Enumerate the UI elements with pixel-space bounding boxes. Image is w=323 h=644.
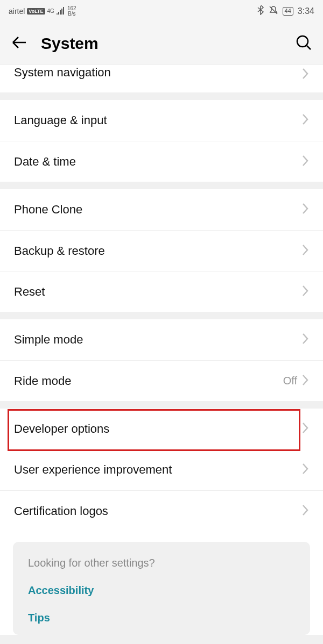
- row-backup-restore[interactable]: Backup & restore: [0, 230, 323, 271]
- link-tips[interactable]: Tips: [28, 612, 295, 624]
- time-label: 3:34: [298, 6, 314, 16]
- chevron-right-icon: [301, 463, 309, 477]
- row-label: Language & input: [14, 113, 301, 127]
- volte-badge: VoLTE: [27, 8, 45, 15]
- carrier-label: airtel: [9, 7, 25, 16]
- section-language: Language & input Date & time: [0, 100, 323, 182]
- chevron-right-icon: [301, 155, 309, 169]
- row-phone-clone[interactable]: Phone Clone: [0, 189, 323, 230]
- row-value: Off: [283, 375, 297, 387]
- footer-title: Looking for other settings?: [28, 557, 295, 569]
- row-simple-mode[interactable]: Simple mode: [0, 319, 323, 360]
- row-date-time[interactable]: Date & time: [0, 141, 323, 182]
- status-bar: airtel VoLTE 4G 162 B/s 44 3:34: [0, 0, 323, 23]
- section-dev: Developer options User experience improv…: [0, 409, 323, 635]
- section-mode: Simple mode Ride mode Off: [0, 319, 323, 401]
- network-label: 4G: [47, 9, 54, 14]
- row-label: Date & time: [14, 155, 301, 169]
- page-title: System: [41, 34, 295, 53]
- row-ride-mode[interactable]: Ride mode Off: [0, 360, 323, 401]
- row-label: User experience improvement: [14, 463, 301, 477]
- footer-card: Looking for other settings? Accessibilit…: [13, 542, 310, 635]
- signal-icon: [57, 7, 65, 16]
- row-label: Ride mode: [14, 374, 283, 388]
- row-label: Reset: [14, 285, 301, 299]
- section-backup: Phone Clone Backup & restore Reset: [0, 189, 323, 312]
- section-partial: System navigation: [0, 65, 323, 92]
- row-developer-options[interactable]: Developer options: [0, 409, 323, 449]
- chevron-right-icon: [301, 113, 309, 127]
- status-left: airtel VoLTE 4G 162 B/s: [9, 6, 76, 17]
- svg-point-0: [297, 36, 308, 47]
- row-language-input[interactable]: Language & input: [0, 100, 323, 141]
- row-certification-logos[interactable]: Certification logos: [0, 490, 323, 531]
- back-button[interactable]: [11, 34, 28, 53]
- row-label: System navigation: [14, 65, 301, 80]
- row-label: Backup & restore: [14, 244, 301, 258]
- chevron-right-icon: [301, 504, 309, 518]
- chevron-right-icon: [301, 333, 309, 347]
- dnd-icon: [269, 5, 278, 17]
- chevron-right-icon: [301, 244, 309, 258]
- row-label: Developer options: [14, 422, 301, 436]
- row-label: Phone Clone: [14, 203, 301, 217]
- chevron-right-icon: [301, 422, 309, 436]
- battery-indicator: 44: [283, 7, 293, 15]
- bluetooth-icon: [257, 5, 264, 17]
- header: System: [0, 23, 323, 65]
- status-right: 44 3:34: [257, 5, 314, 17]
- chevron-right-icon: [301, 374, 309, 388]
- chevron-right-icon: [301, 203, 309, 217]
- chevron-right-icon: [301, 68, 309, 82]
- speed-indicator: 162 B/s: [67, 6, 76, 17]
- search-button[interactable]: [295, 34, 312, 53]
- row-label: Simple mode: [14, 333, 301, 347]
- row-label: Certification logos: [14, 504, 301, 518]
- row-system-navigation[interactable]: System navigation: [0, 65, 323, 92]
- row-reset[interactable]: Reset: [0, 271, 323, 312]
- chevron-right-icon: [301, 285, 309, 299]
- link-accessibility[interactable]: Accessibility: [28, 584, 295, 597]
- row-user-experience[interactable]: User experience improvement: [0, 449, 323, 490]
